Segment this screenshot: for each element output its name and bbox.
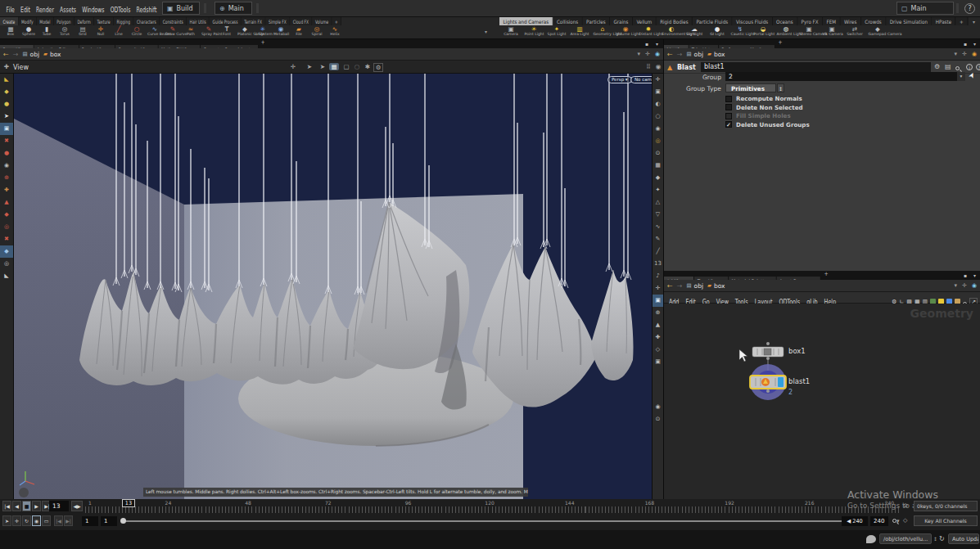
range-slider-track[interactable] (123, 520, 842, 522)
shelf-tab-rigging[interactable]: Rigging (114, 17, 133, 25)
stow-icon-3[interactable]: ➤ (0, 110, 13, 123)
network-breadcrumb-box[interactable]: ▰box (707, 282, 725, 290)
shelf-tab-fem[interactable]: FEM (823, 17, 840, 25)
shelf-tab-texture[interactable]: Texture (94, 17, 114, 25)
pathbar-sync-icon[interactable]: ◉ (655, 51, 660, 57)
shelf-tool-environment-light[interactable]: ◐Environment Light (660, 25, 683, 39)
stow-icon-10[interactable]: ▲ (0, 196, 13, 209)
stow-icon-15[interactable]: ◎ (0, 258, 13, 270)
select-icon[interactable]: ➤ (305, 63, 314, 70)
stow-icon-17[interactable]: ✛ (653, 282, 663, 295)
menu-edit[interactable]: Edit (17, 2, 33, 17)
shelf-tab-terrain-fx[interactable]: Terrain FX (242, 17, 266, 25)
shelf-tool-metaball[interactable]: ◉Metaball (272, 25, 290, 39)
tl-loop-icon[interactable]: ↻ (22, 515, 31, 526)
keys-clock-icon[interactable]: ⊙ (903, 502, 908, 509)
stow-icon-14[interactable]: ╱ (653, 245, 663, 258)
new-pane-tab-button-right[interactable]: + (775, 39, 785, 46)
shelf-tool-spiral[interactable]: ◎Spiral (308, 25, 326, 39)
shelf-tool-spray-paint[interactable]: ✎Spray Paint (200, 25, 218, 39)
shelf-tool-ambient-light[interactable]: ◍Ambient Light (775, 25, 797, 39)
pane-menu-left-icon[interactable]: ▾ (656, 41, 658, 47)
stow-icon-14[interactable]: ◆ (0, 245, 13, 258)
viewport-settings-icon[interactable]: ⚙ (373, 63, 383, 72)
pathbar-menu-icon[interactable]: ▾ (638, 51, 641, 57)
back-icon[interactable]: ← (3, 51, 9, 58)
shelf-tool-gi-light[interactable]: ●GI Light (706, 25, 729, 39)
checkbox-icon[interactable] (725, 113, 732, 119)
param-breadcrumb-obj[interactable]: ▤obj (686, 51, 703, 58)
shelf-tab--[interactable]: + (955, 17, 968, 25)
shelf-tab-vellum[interactable]: Vellum (633, 17, 657, 25)
shelf-tab-guide-process[interactable]: Guide Process (210, 17, 242, 25)
param-pin-icon[interactable]: ✛ (962, 51, 967, 57)
shelf-tab-rigid-bodies[interactable]: Rigid Bodies (657, 17, 693, 25)
menu-render[interactable]: Render (34, 2, 57, 17)
shelf-tool-distant-light[interactable]: ✹Distant Light (637, 25, 660, 39)
stow-icon-9[interactable]: ✚ (0, 184, 13, 196)
tl-dopesheet-icon[interactable]: ▭ (42, 515, 51, 526)
stow-icon-6[interactable]: ⊙ (653, 147, 663, 160)
shelf-tool-geometry-light[interactable]: ⌂Geometry Light (591, 25, 614, 39)
desktop-selector[interactable]: ⊕ Main (215, 2, 252, 15)
stow-icon-0[interactable]: ◣ (0, 74, 13, 86)
stow-icon-11[interactable]: ◆ (0, 209, 13, 221)
shelf-tool-tube[interactable]: ▮Tube (38, 25, 56, 39)
shelf-tool-helix[interactable]: ∿Helix (326, 25, 344, 39)
shelf-tool-portal-light[interactable]: ◒Portal Light (752, 25, 775, 39)
keyframe-icon[interactable]: ◇ (903, 517, 907, 524)
stow-icon-13[interactable]: ✎ (653, 233, 663, 245)
shelf-tab-drive-simulation[interactable]: Drive Simulation (886, 17, 932, 25)
stow-icon-23[interactable]: ▣ (653, 356, 663, 368)
tl-substep-back-icon[interactable]: |◀ (54, 515, 63, 526)
stow-icon-4[interactable]: ▣ (0, 123, 13, 135)
message-bubble-icon[interactable] (866, 535, 876, 543)
shelf-overflow-icon[interactable]: ▾ (485, 29, 487, 34)
stow-icon-16[interactable]: ◣ (0, 270, 13, 282)
shelf-tab-cloud-fx[interactable]: Cloud FX (290, 17, 312, 25)
shelf-tab-particle-fluids[interactable]: Particle Fluids (693, 17, 733, 25)
node-blast1-label[interactable]: blast1 (788, 377, 810, 385)
checkbox-icon[interactable]: ✓ (725, 121, 732, 128)
node-preset-icon[interactable]: ▤ (945, 63, 951, 70)
stow-icon-10[interactable]: △ (653, 196, 663, 209)
tl-pose-icon[interactable]: ✛ (12, 515, 21, 526)
stow-icon-11[interactable]: ▽ (653, 209, 663, 221)
select-objects-icon[interactable]: ▢ (341, 63, 351, 70)
shelf-tool-camera[interactable]: ▣Camera (499, 25, 522, 39)
group-type-spinner[interactable]: ↕ (777, 83, 784, 92)
shelf-tab-grains[interactable]: Grains (610, 17, 633, 25)
pane-icon-left[interactable]: ▪ (645, 41, 648, 47)
stow-icon-7[interactable]: ◉ (0, 160, 13, 172)
shelf-tool-line[interactable]: ╱Line (110, 25, 128, 39)
stow-icon-16[interactable]: ♪ (653, 270, 663, 282)
shelf-tab-pyro-fx[interactable]: Pyro FX (797, 17, 823, 25)
help-icon[interactable]: ? (964, 3, 975, 14)
network-sync-icon[interactable]: ◉ (972, 282, 977, 289)
shelf-tool-grid[interactable]: ▤Grid (74, 25, 92, 39)
viewport[interactable]: ◣◆●➤▣✖●◉⊕✚▲◆◎✖◆◎◣ (0, 74, 663, 499)
checkbox-delete-unused-groups[interactable]: ✓Delete Unused Groups (725, 121, 810, 128)
shelf-tab-characters[interactable]: Characters (133, 17, 160, 25)
checkbox-icon[interactable] (725, 104, 732, 110)
stop-button[interactable]: ■ (22, 501, 31, 511)
desktop-selector-right[interactable]: ▢ Main (896, 2, 954, 15)
stow-icon-7[interactable]: ▦ (653, 160, 663, 172)
network-forward-icon[interactable]: → (677, 282, 683, 290)
network-menu-dd-icon[interactable]: ▾ (955, 282, 958, 289)
network-back-icon[interactable]: ← (667, 282, 673, 290)
stow-icon-12[interactable]: ∿ (653, 221, 663, 233)
shelf-tab-volume[interactable]: Volume (312, 17, 332, 25)
build-selector[interactable]: ▣ Build (162, 2, 200, 15)
stow-icon-19[interactable]: ⊕ (653, 307, 663, 319)
stow-icon-15[interactable]: 13 (653, 258, 663, 270)
stow-icon-18[interactable]: ▣ (653, 295, 663, 307)
snap-icon[interactable]: ✱ (363, 63, 373, 70)
stow-icon-2[interactable]: ◐ (653, 98, 663, 110)
lasso-icon[interactable]: ➤ (318, 63, 327, 70)
checkbox-icon[interactable] (725, 96, 732, 102)
shelf-tool-font[interactable]: TFont (218, 25, 236, 39)
shelf-tool-circle[interactable]: ○Circle (128, 25, 146, 39)
shelf-tab-constraints[interactable]: Constraints (160, 17, 187, 25)
shelf-tab-crowds[interactable]: Crowds (861, 17, 886, 25)
